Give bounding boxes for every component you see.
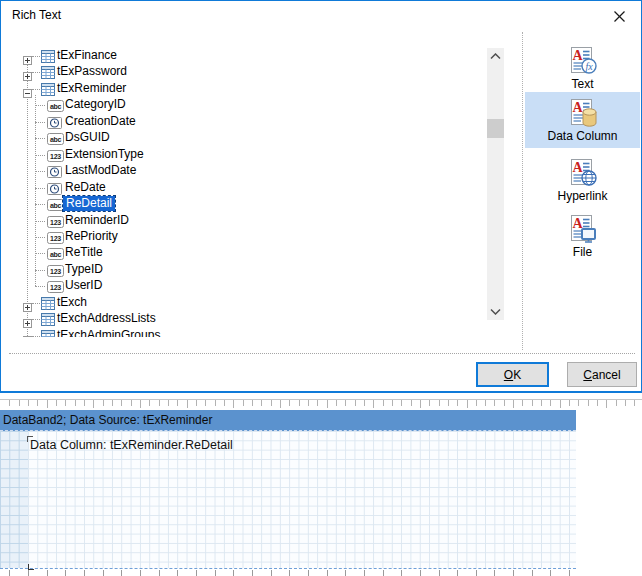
tree-item-label: tExchAddressLists xyxy=(57,311,156,326)
expand-plus-icon[interactable] xyxy=(23,331,32,337)
panel-item-file[interactable]: A File xyxy=(525,213,640,260)
tree-item-tExch[interactable]: tExch xyxy=(1,295,485,311)
ruler-tick xyxy=(345,570,346,576)
ruler-tick xyxy=(84,570,85,576)
ruler-tick xyxy=(308,570,309,576)
file-icon: A xyxy=(568,214,598,244)
chevron-up-icon xyxy=(490,53,501,60)
tree-item-label: tExPassword xyxy=(57,64,127,79)
ruler-tick xyxy=(532,400,533,406)
close-button[interactable] xyxy=(599,3,639,30)
tree-scrollbar[interactable] xyxy=(487,48,504,320)
tree-item-ReTitle[interactable]: abcReTitle xyxy=(1,245,485,261)
tree-item-DsGUID[interactable]: abcDsGUID xyxy=(1,130,485,146)
tree-item-label: UserID xyxy=(65,278,102,293)
tree-item-TypeID[interactable]: 123TypeID xyxy=(1,262,485,278)
ruler-tick xyxy=(215,400,216,406)
ruler-tick xyxy=(37,400,38,406)
tree-item-label: DsGUID xyxy=(65,130,110,145)
ruler-tick xyxy=(383,400,384,406)
tree-item-LastModDate[interactable]: LastModDate xyxy=(1,163,485,179)
svg-text:123: 123 xyxy=(50,153,61,160)
svg-text:abc: abc xyxy=(50,103,62,110)
ruler-tick xyxy=(140,400,141,408)
tree-item-CategoryID[interactable]: abcCategoryID xyxy=(1,97,485,113)
ruler-tick xyxy=(261,400,262,406)
tree-item-label: ReDate xyxy=(65,180,106,195)
ruler-tick xyxy=(327,400,328,408)
ruler-tick xyxy=(280,400,281,408)
panel-item-label: File xyxy=(573,245,592,259)
tree-item-tExchAdminGroups[interactable]: tExchAdminGroups xyxy=(1,328,485,337)
tree-item-CreationDate[interactable]: CreationDate xyxy=(1,114,485,130)
ruler-tick xyxy=(420,570,421,576)
ruler-tick xyxy=(439,570,440,576)
ruler-tick xyxy=(65,400,66,406)
panel-item-label: Text xyxy=(571,77,593,91)
tree-item-ReminderID[interactable]: 123ReminderID xyxy=(1,213,485,229)
rich-text-dialog: Rich Text tExFinance tExPassword tExRemi… xyxy=(0,0,642,393)
ruler-tick xyxy=(401,400,402,406)
ruler-tick xyxy=(550,570,551,576)
ruler-tick xyxy=(196,400,197,406)
tree-item-tExFinance[interactable]: tExFinance xyxy=(1,48,485,64)
tree-item-RePriority[interactable]: 123RePriority xyxy=(1,229,485,245)
ruler-tick xyxy=(103,570,104,576)
tree-connector xyxy=(35,188,45,189)
ruler-tick xyxy=(634,400,635,406)
scrollbar-thumb[interactable] xyxy=(487,119,504,138)
cancel-button[interactable]: Cancel xyxy=(567,362,637,387)
data-column-icon: A xyxy=(568,98,598,128)
band-bottom-edge[interactable] xyxy=(0,568,576,569)
tree-item-label: tExch xyxy=(57,295,87,310)
tree-item-tExPassword[interactable]: tExPassword xyxy=(1,64,485,80)
svg-text:A: A xyxy=(572,160,583,175)
ruler-tick xyxy=(541,400,542,406)
ruler-tick xyxy=(289,570,290,576)
scroll-up-button[interactable] xyxy=(487,48,504,65)
ruler-tick xyxy=(93,400,94,408)
ruler-tick xyxy=(457,400,458,406)
tree-item-tExReminder[interactable]: tExReminder xyxy=(1,81,485,97)
ruler-tick xyxy=(75,400,76,406)
tree-item-tExchAddressLists[interactable]: tExchAddressLists xyxy=(1,311,485,327)
ruler-tick xyxy=(439,400,440,406)
panel-item-text[interactable]: A fxText xyxy=(525,45,640,92)
rich-text-component[interactable]: Data Column: tExReminder.ReDetail xyxy=(30,438,233,452)
dialog-title: Rich Text xyxy=(12,8,61,22)
ruler-tick xyxy=(364,400,365,406)
tree-item-ReDetail[interactable]: abcReDetail xyxy=(1,196,485,212)
horizontal-separator xyxy=(9,353,635,354)
ruler-tick xyxy=(532,570,533,576)
panel-item-hyperlink[interactable]: A Hyperlink xyxy=(525,157,640,204)
data-band-title: DataBand2; Data Source: tExReminder xyxy=(0,413,212,427)
tree-item-ReDate[interactable]: ReDate xyxy=(1,180,485,196)
panel-item-data-column[interactable]: A Data Column xyxy=(525,92,640,148)
data-band-header[interactable]: DataBand2; Data Source: tExReminder xyxy=(0,410,576,431)
ruler-tick xyxy=(560,400,561,408)
text-fx-icon: A fx xyxy=(568,46,598,76)
designer-grid[interactable]: Data Column: tExReminder.ReDetail xyxy=(0,431,576,568)
vertical-separator xyxy=(522,32,523,350)
ruler-tick xyxy=(411,400,412,406)
svg-text:A: A xyxy=(572,48,583,63)
ruler-tick xyxy=(588,400,589,406)
ruler-tick xyxy=(252,570,253,576)
ruler-tick xyxy=(383,570,384,576)
ruler-tick xyxy=(224,400,225,406)
ruler-tick xyxy=(177,400,178,406)
ruler-tick xyxy=(373,400,374,408)
ok-button[interactable]: OK xyxy=(476,362,549,387)
svg-text:123: 123 xyxy=(50,235,61,242)
ruler-tick xyxy=(569,400,570,406)
ruler-tick xyxy=(159,400,160,406)
tree-connector xyxy=(35,286,45,287)
tree-item-ExtensionType[interactable]: 123ExtensionType xyxy=(1,147,485,163)
svg-text:A: A xyxy=(572,100,583,115)
tree-item-UserID[interactable]: 123UserID xyxy=(1,278,485,294)
x-close-icon xyxy=(614,11,625,22)
scroll-down-button[interactable] xyxy=(487,303,504,320)
ruler-tick xyxy=(196,570,197,576)
ruler-tick xyxy=(112,400,113,406)
data-source-tree[interactable]: tExFinance tExPassword tExReminder abcCa… xyxy=(1,41,485,337)
